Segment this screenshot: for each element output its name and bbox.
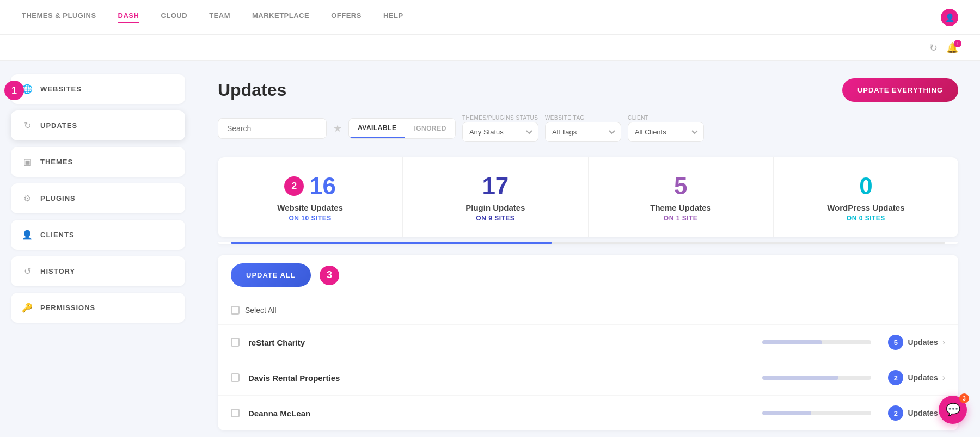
row-checkbox-0[interactable] [231, 338, 240, 347]
status-filter-label: THEMES/PLUGINS STATUS [462, 115, 538, 121]
star-icon[interactable]: ★ [333, 122, 342, 134]
row-checkbox-1[interactable] [231, 373, 240, 382]
updates-badge-2: 2 [888, 405, 903, 421]
stat-wp-updates: 0 WordPress Updates ON 0 SITES [774, 157, 958, 237]
nav-marketplace[interactable]: MARKETPLACE [252, 11, 309, 23]
tab-group: AVAILABLE IGNORED [348, 118, 456, 139]
sidebar-item-websites[interactable]: 🌐 WEBSITES [11, 74, 185, 104]
row-updates-2: 2 Updates › [880, 405, 945, 421]
tab-available[interactable]: AVAILABLE [349, 119, 405, 138]
select-all-label[interactable]: Select All [245, 306, 277, 315]
client-filter-label: CLIENT [628, 115, 704, 121]
site-name-2: Deanna McLean [248, 409, 754, 418]
plugins-icon: ⚙ [22, 193, 33, 204]
table-actions-bar: UPDATE ALL 3 [218, 255, 958, 296]
chat-badge: 3 [959, 393, 969, 403]
sidebar-item-plugins[interactable]: ⚙ PLUGINS [11, 183, 185, 213]
updates-badge-0: 5 [888, 335, 903, 350]
stat-sub-plugin: ON 9 SITES [416, 214, 574, 222]
nav-offers[interactable]: OFFERS [331, 11, 362, 23]
sidebar-item-updates[interactable]: ↻ UPDATES [11, 110, 185, 140]
stat-plugin-updates: 17 Plugin Updates ON 9 SITES [403, 157, 588, 237]
stat-label-wp: WordPress Updates [787, 203, 945, 212]
updates-text-0: Updates [908, 338, 938, 347]
stat-label-plugin: Plugin Updates [416, 203, 574, 212]
nav-cloud[interactable]: CLOUD [161, 11, 187, 23]
sidebar-label-updates: UPDATES [40, 121, 77, 130]
chevron-icon-0[interactable]: › [942, 337, 945, 347]
sidebar-badge: 1 [4, 81, 24, 100]
stat-sub-wp: ON 0 SITES [787, 214, 945, 222]
tag-filter-label: WEBSITE TAG [545, 115, 621, 121]
stat-num-website: 16 [309, 173, 336, 200]
table-row: Davis Rental Properties 2 Updates › [218, 360, 958, 396]
row-checkbox-2[interactable] [231, 409, 240, 417]
action-badge: 3 [320, 266, 339, 285]
status-filter-group: THEMES/PLUGINS STATUS Any Status [462, 115, 538, 142]
themes-icon: ▣ [22, 157, 33, 167]
select-all-checkbox-group[interactable]: Select All [231, 306, 277, 315]
row-bar-fill-0 [762, 340, 822, 344]
sidebar-label-permissions: PERMISSIONS [40, 304, 95, 312]
client-filter-select[interactable]: All Clients [628, 122, 704, 142]
table-row: reStart Charity 5 Updates › [218, 325, 958, 360]
stat-website-updates: 2 16 Website Updates ON 10 SITES [218, 157, 403, 237]
checkbox-1[interactable] [231, 373, 240, 382]
stat-num-theme: 5 [674, 173, 687, 200]
stats-row: 2 16 Website Updates ON 10 SITES 17 Plug… [218, 157, 958, 237]
search-input[interactable] [218, 118, 327, 139]
sidebar-label-history: HISTORY [40, 267, 75, 275]
client-filter-group: CLIENT All Clients [628, 115, 704, 142]
updates-text-2: Updates [908, 409, 938, 417]
site-name-0: reStart Charity [248, 338, 754, 347]
nav-dash[interactable]: DASH [118, 11, 139, 23]
checkbox-0[interactable] [231, 338, 240, 347]
sidebar-item-history[interactable]: ↺ HISTORY [11, 256, 185, 286]
status-filter-select[interactable]: Any Status [462, 122, 538, 142]
row-bar-fill-2 [762, 411, 811, 415]
user-avatar[interactable]: 👤 [941, 9, 958, 26]
update-all-button[interactable]: UPDATE ALL [231, 263, 311, 287]
refresh-icon[interactable]: ↻ [929, 42, 938, 54]
tag-filter-select[interactable]: All Tags [545, 122, 621, 142]
chat-icon: 💬 [946, 403, 960, 417]
layout: 1 🌐 WEBSITES ↻ UPDATES ▣ THEMES ⚙ PLUGIN… [0, 61, 980, 437]
sidebar-label-plugins: PLUGINS [40, 194, 76, 202]
stat-label-theme: Theme Updates [602, 203, 760, 212]
row-bar-2 [762, 411, 871, 415]
tab-ignored[interactable]: IGNORED [405, 119, 455, 138]
sidebar-label-clients: CLIENTS [40, 231, 75, 239]
main-content: Updates UPDATE EVERYTHING ★ AVAILABLE IG… [196, 61, 980, 437]
sidebar-item-clients[interactable]: 👤 CLIENTS [11, 220, 185, 250]
sidebar-item-themes[interactable]: ▣ THEMES [11, 147, 185, 177]
updates-table: UPDATE ALL 3 Select All reStart Charity [218, 255, 958, 430]
chevron-icon-1[interactable]: › [942, 373, 945, 383]
select-all-checkbox[interactable] [231, 306, 240, 315]
nav-themes-plugins[interactable]: THEMES & PLUGINS [22, 11, 96, 23]
progress-area [218, 242, 958, 244]
select-all-row: Select All [218, 296, 958, 325]
row-bar-fill-1 [762, 376, 838, 380]
top-nav: THEMES & PLUGINS DASH CLOUD TEAM MARKETP… [0, 0, 980, 35]
site-name-1: Davis Rental Properties [248, 373, 754, 383]
second-bar: ↻ 🔔 1 [0, 35, 980, 61]
row-bar-0 [762, 340, 871, 344]
notification-badge: 1 [954, 40, 961, 47]
table-row: Deanna McLean 2 Updates › [218, 396, 958, 430]
row-bar-1 [762, 376, 871, 380]
nav-help[interactable]: HELP [383, 11, 403, 23]
stat-sub-theme: ON 1 SITE [602, 214, 760, 222]
tag-filter-group: WEBSITE TAG All Tags [545, 115, 621, 142]
stat-theme-updates: 5 Theme Updates ON 1 SITE [589, 157, 774, 237]
chat-bubble[interactable]: 💬 3 [939, 396, 967, 424]
checkbox-2[interactable] [231, 409, 240, 417]
page-header: Updates UPDATE EVERYTHING [218, 78, 958, 102]
update-everything-button[interactable]: UPDATE EVERYTHING [842, 78, 958, 102]
sidebar-item-permissions[interactable]: 🔑 PERMISSIONS [11, 293, 185, 323]
stat-num-plugin: 17 [482, 173, 509, 200]
nav-team[interactable]: TEAM [209, 11, 230, 23]
updates-icon: ↻ [22, 120, 33, 131]
clients-icon: 👤 [22, 230, 33, 240]
notification-bell[interactable]: 🔔 1 [946, 42, 958, 54]
sidebar-label-websites: WEBSITES [40, 85, 82, 93]
